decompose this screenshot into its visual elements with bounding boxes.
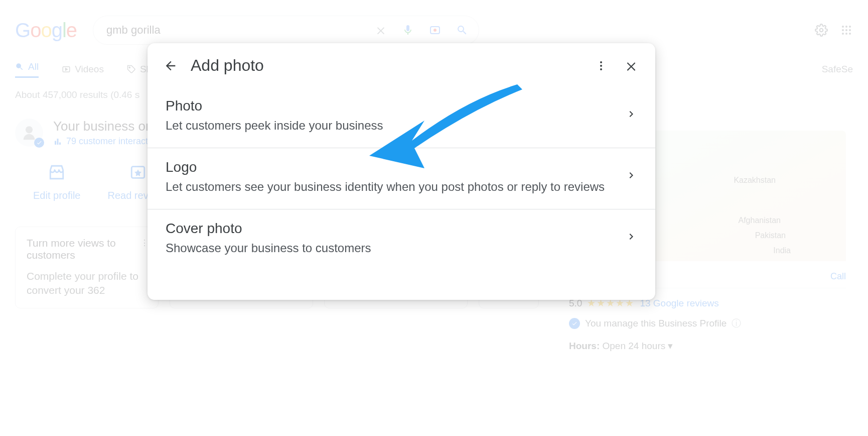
search-input-text[interactable]: gmb gorilla <box>106 24 374 37</box>
svg-point-11 <box>849 33 851 35</box>
option-logo[interactable]: Logo Let customers see your business ide… <box>148 148 655 209</box>
chevron-right-icon <box>625 231 637 243</box>
tab-videos[interactable]: Videos <box>62 64 104 75</box>
svg-point-22 <box>600 68 602 70</box>
svg-point-2 <box>820 29 823 32</box>
card-title: Turn more views to customers <box>27 237 147 261</box>
kp-hours-value: Open 24 hours <box>603 341 666 351</box>
map-label: Pakistan <box>755 231 786 240</box>
kp-tab-call[interactable]: Call <box>830 271 846 282</box>
safesearch-label[interactable]: SafeSe <box>822 64 853 75</box>
svg-rect-17 <box>59 142 61 145</box>
chevron-right-icon <box>625 169 637 181</box>
svg-point-10 <box>845 33 847 35</box>
svg-point-4 <box>845 26 847 28</box>
apps-icon[interactable] <box>840 24 853 37</box>
option-desc: Let customers see your business identity… <box>166 178 615 196</box>
modal-header: Add photo <box>148 43 655 87</box>
map-label: India <box>773 246 791 255</box>
svg-point-20 <box>600 61 602 63</box>
voice-search-icon[interactable] <box>401 24 414 37</box>
back-button[interactable] <box>163 58 179 74</box>
option-title: Logo <box>166 159 615 175</box>
option-cover-photo[interactable]: Cover photo Showcase your business to cu… <box>148 209 655 270</box>
option-title: Photo <box>166 98 615 114</box>
modal-title: Add photo <box>191 56 264 75</box>
add-photo-modal: Add photo Photo Let customers peek insid… <box>148 43 655 300</box>
header-right <box>815 24 853 37</box>
svg-point-5 <box>849 26 851 28</box>
more-menu-button[interactable] <box>592 57 610 75</box>
top-row: Google gmb gorilla <box>15 15 853 45</box>
svg-point-13 <box>129 67 130 68</box>
action-edit-profile-label: Edit profile <box>33 190 81 201</box>
option-title: Cover photo <box>166 221 615 237</box>
storefront-icon <box>46 162 67 183</box>
map-label: Afghanistan <box>738 216 781 225</box>
business-avatar <box>15 119 43 147</box>
option-photo[interactable]: Photo Let customers peek inside your bus… <box>148 87 655 148</box>
search-icon[interactable] <box>456 24 469 37</box>
kp-manage-text: You manage this Business Profile <box>585 318 727 329</box>
map-label: Kazakhstan <box>734 176 776 185</box>
svg-point-3 <box>842 26 844 28</box>
svg-rect-16 <box>57 139 59 145</box>
svg-point-7 <box>845 29 847 31</box>
lens-icon[interactable] <box>428 24 442 37</box>
svg-point-9 <box>842 33 844 35</box>
settings-icon[interactable] <box>815 24 828 37</box>
option-desc: Showcase your business to customers <box>166 240 615 257</box>
svg-point-6 <box>842 29 844 31</box>
search-icons <box>374 24 469 37</box>
verified-badge-icon <box>569 318 580 329</box>
clear-icon[interactable] <box>374 24 387 37</box>
close-button[interactable] <box>622 57 640 75</box>
svg-point-14 <box>26 126 33 133</box>
search-bar[interactable]: gmb gorilla <box>93 16 479 45</box>
action-edit-profile[interactable]: Edit profile <box>33 162 81 201</box>
kp-manage: You manage this Business Profile ⓘ <box>569 317 846 330</box>
svg-point-1 <box>433 29 437 32</box>
card-turn-views[interactable]: ⋮ Turn more views to customers Complete … <box>15 227 159 308</box>
google-logo: Google <box>15 19 77 42</box>
svg-rect-15 <box>55 141 56 145</box>
kp-reviews-link[interactable]: 13 Google reviews <box>640 298 718 309</box>
tab-all[interactable]: All <box>15 61 39 78</box>
verified-check-icon <box>34 138 44 148</box>
chevron-right-icon <box>625 108 637 120</box>
svg-point-8 <box>849 29 851 31</box>
option-desc: Let customers peek inside your business <box>166 117 615 135</box>
tab-all-label: All <box>28 61 39 72</box>
card-body: Complete your profile to convert your 36… <box>27 269 147 298</box>
svg-point-21 <box>600 65 602 67</box>
tab-videos-label: Videos <box>75 64 104 75</box>
kp-hours[interactable]: Hours: Open 24 hours ▾ <box>569 340 846 352</box>
star-review-icon <box>127 162 149 183</box>
kp-hours-label: Hours: <box>569 341 600 351</box>
info-icon[interactable]: ⓘ <box>732 317 741 330</box>
